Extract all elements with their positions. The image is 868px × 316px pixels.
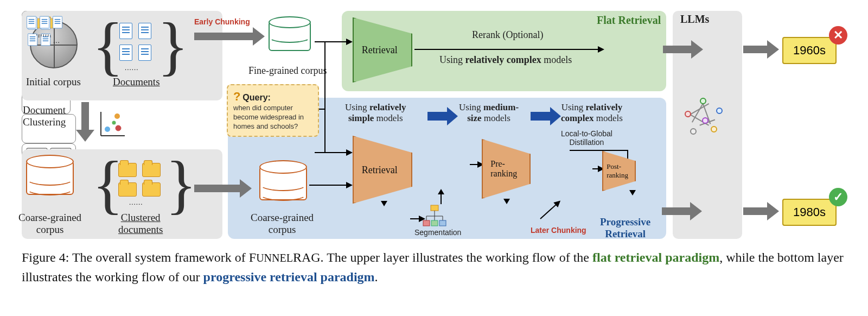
thin-arrow-icon (470, 164, 478, 165)
rerank-label: Rerank (Optional) (472, 29, 543, 41)
arrow-right-icon (663, 46, 693, 53)
brace-close-icon: } (165, 152, 197, 217)
database-cylinder-icon (269, 16, 311, 59)
local-to-global-label: Local-to-Global Distillation (561, 129, 612, 147)
thin-arrow-icon (315, 152, 347, 153)
svg-rect-16 (431, 220, 438, 226)
arrow-right-icon (743, 46, 769, 53)
early-chunking-label: Early Chunking (194, 17, 250, 26)
caption-prog: progressive retrieval paradigm (203, 270, 375, 284)
segmentation-tree-icon (422, 204, 447, 230)
coarse-corpus-left-label: Coarse-grained corpus (18, 212, 81, 236)
post-ranking-label: Post- ranking (607, 162, 628, 180)
answer-right-box: 1980s (782, 199, 837, 226)
retrieval-label: Retrieval (362, 164, 398, 175)
using-simple-label: Using relativelysimple models (345, 102, 406, 124)
brace-open-icon: { (92, 14, 124, 79)
svg-point-4 (116, 125, 121, 131)
thin-arrow-icon (309, 185, 347, 186)
arrow-right-icon (194, 33, 255, 40)
svg-point-2 (105, 127, 110, 132)
thin-arrow-icon (592, 168, 599, 169)
svg-point-5 (112, 121, 116, 125)
ellipsis: ······ (125, 65, 139, 74)
arrow-right-icon (194, 185, 242, 192)
folder-icon (118, 163, 137, 177)
segmentation-label: Segmentation (414, 228, 461, 237)
document-clustering-label: Document Clustering (23, 104, 66, 128)
arrow-head-down-icon (381, 201, 387, 206)
documents-label: Documents (113, 76, 160, 88)
arrow-head-down-icon (629, 190, 636, 195)
using-complex2-label: Using relativelycomplex models (561, 102, 623, 124)
svg-rect-15 (423, 220, 430, 226)
answer-wrong-text: 1960s (793, 43, 826, 57)
flat-retrieval-label: Flat Retrieval (597, 14, 661, 27)
document-icon (119, 23, 132, 39)
document-icon (119, 45, 132, 61)
question-mark-icon: ? (233, 90, 240, 103)
database-cylinder-icon (26, 155, 74, 204)
query-label: Query: (242, 93, 271, 102)
fine-corpus-label: Fine-grained corpus (248, 65, 327, 77)
clustered-documents-label: Clustered documents (118, 212, 163, 236)
caption-mid1: . The upper layer illustrates the workin… (321, 250, 592, 264)
caption-prefix: Figure 4: The overall system framework o… (22, 250, 249, 264)
llm-label: LLMs (680, 13, 709, 26)
coarse-corpus-right-label: Coarse-grained corpus (251, 212, 314, 236)
folder-icon (142, 182, 161, 197)
folder-icon (142, 163, 161, 177)
arrow-right-icon (743, 207, 769, 215)
document-icon (53, 16, 62, 29)
document-icon (40, 16, 49, 29)
query-box: ? Query: when did computer become widesp… (227, 84, 319, 137)
caption-end: . (375, 270, 378, 284)
answer-right-text: 1980s (793, 205, 826, 219)
blue-arrow-icon (427, 112, 449, 121)
connector-line (570, 150, 627, 151)
database-cylinder-icon (259, 160, 307, 209)
thin-arrow-icon (410, 218, 420, 219)
blue-arrow-icon (531, 112, 552, 121)
svg-rect-9 (431, 205, 438, 211)
system-framework-diagram: Initial corpus { ······ Documents } Docu… (22, 11, 846, 239)
using-complex-label: Using relatively complex models (439, 54, 572, 66)
folder-icon (118, 182, 137, 197)
answer-wrong-box: 1960s (782, 37, 837, 64)
svg-point-3 (114, 113, 120, 119)
figure-caption: Figure 4: The overall system framework o… (22, 248, 846, 287)
connector-line (319, 109, 326, 110)
query-text: when did computer become widespread in h… (233, 104, 312, 131)
connector-line (324, 41, 326, 153)
arrow-head-down-icon (503, 199, 510, 204)
document-icon (138, 23, 151, 39)
arrow-down-icon (81, 102, 89, 132)
arrow-right-icon (662, 207, 692, 215)
check-badge-icon: ✓ (829, 188, 847, 206)
thin-arrow-icon (414, 49, 599, 50)
document-icon (138, 45, 151, 61)
brace-close-icon: } (157, 14, 189, 79)
retrieval-label: Retrieval (362, 45, 398, 56)
caption-flat: flat retrieval paradigm (592, 250, 719, 264)
initial-corpus-label: Initial corpus (26, 76, 81, 88)
later-chunking-label: Later Chunking (531, 226, 586, 235)
scatter-cluster-icon (98, 109, 128, 139)
using-medium-label: Using medium-size models (459, 102, 519, 124)
document-icon (27, 16, 36, 29)
svg-rect-17 (439, 220, 446, 226)
arrow-head-up-icon (438, 189, 444, 194)
pre-ranking-label: Pre- ranking (490, 159, 517, 179)
cross-badge-icon: ✕ (829, 26, 847, 45)
ellipsis: ······ (129, 200, 143, 208)
progressive-retrieval-label: Progressive Retrieval (600, 216, 650, 240)
thin-arrow-icon (315, 41, 347, 42)
